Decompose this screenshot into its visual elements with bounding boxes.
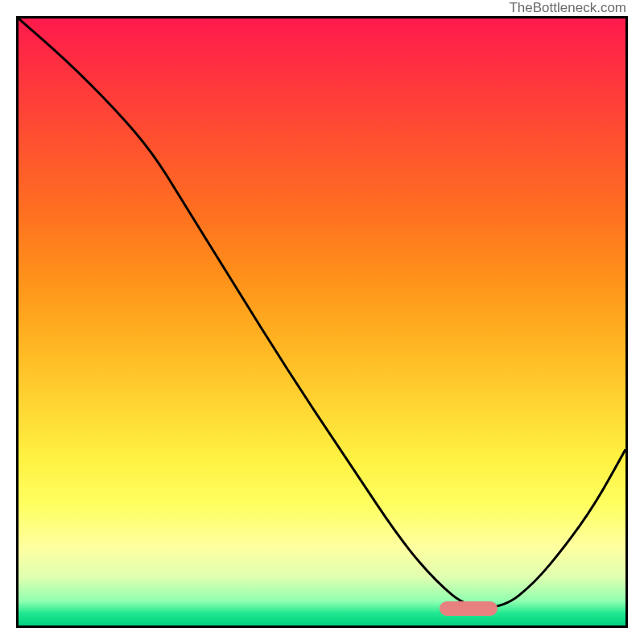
plot-area bbox=[16, 16, 628, 628]
bottleneck-curve bbox=[19, 19, 625, 607]
attribution-text: TheBottleneck.com bbox=[509, 0, 626, 16]
chart-container: TheBottleneck.com bbox=[0, 0, 644, 644]
curve-svg bbox=[19, 19, 625, 625]
optimal-range-marker bbox=[440, 601, 497, 616]
